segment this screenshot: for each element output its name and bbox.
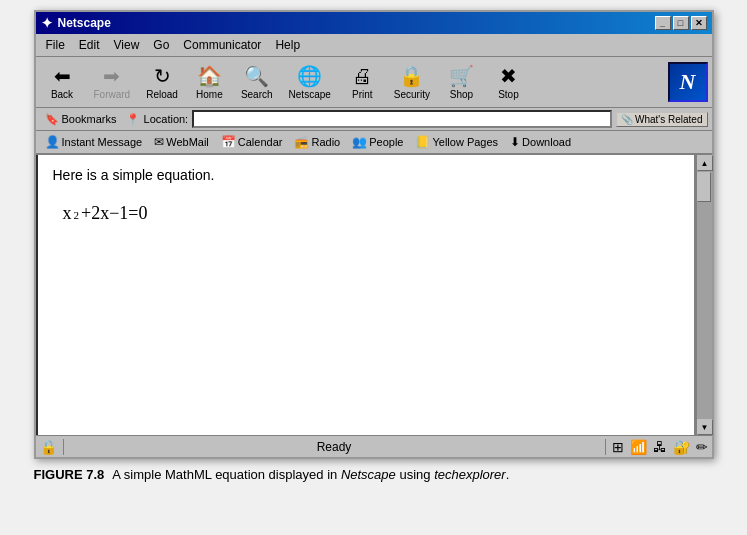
print-label: Print xyxy=(352,89,373,100)
instant-message-icon: 👤 xyxy=(45,135,60,149)
figure-label: FIGURE 7.8 xyxy=(34,467,105,482)
home-button[interactable]: 🏠 Home xyxy=(187,60,232,104)
window-title: Netscape xyxy=(58,16,111,30)
instant-message-button[interactable]: 👤 Instant Message xyxy=(40,133,148,151)
equation-rest: +2x−1=0 xyxy=(81,203,147,224)
security-label: Security xyxy=(394,89,430,100)
webmail-button[interactable]: ✉ WebMail xyxy=(149,133,214,151)
netscape-icon: ✦ xyxy=(41,15,53,31)
menu-edit[interactable]: Edit xyxy=(73,36,106,54)
download-label: Download xyxy=(522,136,571,148)
netscape-button[interactable]: 🌐 Netscape xyxy=(282,60,338,104)
security-icon: 🔒 xyxy=(399,64,424,88)
scroll-up-button[interactable]: ▲ xyxy=(697,155,713,171)
equation-superscript: 2 xyxy=(74,209,80,221)
bookmarks-label: Bookmarks xyxy=(62,113,117,125)
search-button[interactable]: 🔍 Search xyxy=(234,60,280,104)
scrollbar[interactable]: ▲ ▼ xyxy=(696,155,712,435)
browser-window: ✦ Netscape _ □ ✕ File Edit View Go Commu… xyxy=(34,10,714,459)
location-bar: 🔖 Bookmarks 📍 Location: 📎 What's Related xyxy=(36,108,712,131)
shop-icon: 🛒 xyxy=(449,64,474,88)
people-button[interactable]: 👥 People xyxy=(347,133,408,151)
status-icons-right: ⊞ 📶 🖧 🔐 ✏ xyxy=(612,439,708,455)
figure-description: A simple MathML equation displayed in Ne… xyxy=(112,467,509,482)
netscape-label: Netscape xyxy=(289,89,331,100)
status-network-icon: 🖧 xyxy=(653,439,667,455)
bookmarks-icon: 🔖 xyxy=(45,113,59,126)
whats-related-button[interactable]: 📎 What's Related xyxy=(616,112,708,127)
location-icon: 📍 xyxy=(126,113,140,126)
calendar-button[interactable]: 📅 Calendar xyxy=(216,133,288,151)
location-label: Location: xyxy=(144,113,189,125)
netscape-nav-icon: 🌐 xyxy=(297,64,322,88)
radio-button[interactable]: 📻 Radio xyxy=(289,133,345,151)
status-edit-icon: ✏ xyxy=(696,439,708,455)
menu-communicator[interactable]: Communicator xyxy=(177,36,267,54)
forward-label: Forward xyxy=(94,89,131,100)
status-divider-2 xyxy=(605,439,606,455)
search-icon: 🔍 xyxy=(244,64,269,88)
status-signal-icon: 📶 xyxy=(630,439,647,455)
menu-bar: File Edit View Go Communicator Help xyxy=(36,34,712,57)
status-divider-1 xyxy=(63,439,64,455)
status-text: Ready xyxy=(70,440,599,454)
forward-icon: ➡ xyxy=(103,64,120,88)
title-bar-controls: _ □ ✕ xyxy=(655,16,707,30)
menu-file[interactable]: File xyxy=(40,36,71,54)
yellow-pages-button[interactable]: 📒 Yellow Pages xyxy=(410,133,503,151)
menu-help[interactable]: Help xyxy=(269,36,306,54)
menu-go[interactable]: Go xyxy=(147,36,175,54)
shop-label: Shop xyxy=(450,89,473,100)
status-grid-icon: ⊞ xyxy=(612,439,624,455)
menu-view[interactable]: View xyxy=(108,36,146,54)
calendar-icon: 📅 xyxy=(221,135,236,149)
forward-button[interactable]: ➡ Forward xyxy=(87,60,138,104)
print-icon: 🖨 xyxy=(352,65,372,88)
back-icon: ⬅ xyxy=(54,64,71,88)
download-button[interactable]: ⬇ Download xyxy=(505,133,576,151)
back-button[interactable]: ⬅ Back xyxy=(40,60,85,104)
reload-button[interactable]: ↻ Reload xyxy=(139,60,185,104)
shop-button[interactable]: 🛒 Shop xyxy=(439,60,484,104)
title-bar-left: ✦ Netscape xyxy=(41,15,111,31)
scroll-down-button[interactable]: ▼ xyxy=(697,419,713,435)
toolbar: ⬅ Back ➡ Forward ↻ Reload 🏠 Home 🔍 Searc… xyxy=(36,57,712,108)
lock-icon[interactable]: 🔒 xyxy=(40,439,57,455)
personal-toolbar: 👤 Instant Message ✉ WebMail 📅 Calendar 📻… xyxy=(36,131,712,155)
minimize-button[interactable]: _ xyxy=(655,16,671,30)
title-bar: ✦ Netscape _ □ ✕ xyxy=(36,12,712,34)
people-icon: 👥 xyxy=(352,135,367,149)
print-button[interactable]: 🖨 Print xyxy=(340,61,385,104)
equation: x2+2x−1=0 xyxy=(63,203,679,224)
radio-icon: 📻 xyxy=(294,135,309,149)
equation-x: x xyxy=(63,203,72,224)
stop-button[interactable]: ✖ Stop xyxy=(486,60,531,104)
location-input[interactable] xyxy=(192,110,612,128)
scroll-track[interactable] xyxy=(697,171,712,419)
bookmarks-button[interactable]: 🔖 Bookmarks xyxy=(40,111,122,128)
figure-caption: FIGURE 7.8 A simple MathML equation disp… xyxy=(34,467,714,482)
close-button[interactable]: ✕ xyxy=(691,16,707,30)
status-bar: 🔒 Ready ⊞ 📶 🖧 🔐 ✏ xyxy=(36,435,712,457)
intro-text: Here is a simple equation. xyxy=(53,167,679,183)
stop-icon: ✖ xyxy=(500,64,517,88)
yellow-pages-label: Yellow Pages xyxy=(432,136,498,148)
home-label: Home xyxy=(196,89,223,100)
radio-label: Radio xyxy=(311,136,340,148)
content-area: Here is a simple equation. x2+2x−1=0 xyxy=(36,155,696,435)
netscape-logo: N xyxy=(668,62,708,102)
stop-label: Stop xyxy=(498,89,519,100)
status-security-icon: 🔐 xyxy=(673,439,690,455)
security-button[interactable]: 🔒 Security xyxy=(387,60,437,104)
people-label: People xyxy=(369,136,403,148)
yellow-pages-icon: 📒 xyxy=(415,135,430,149)
reload-label: Reload xyxy=(146,89,178,100)
home-icon: 🏠 xyxy=(197,64,222,88)
scroll-thumb[interactable] xyxy=(697,172,711,202)
calendar-label: Calendar xyxy=(238,136,283,148)
whats-related-icon: 📎 xyxy=(621,114,633,125)
reload-icon: ↻ xyxy=(154,64,171,88)
maximize-button[interactable]: □ xyxy=(673,16,689,30)
download-icon: ⬇ xyxy=(510,135,520,149)
whats-related-label: What's Related xyxy=(635,114,703,125)
